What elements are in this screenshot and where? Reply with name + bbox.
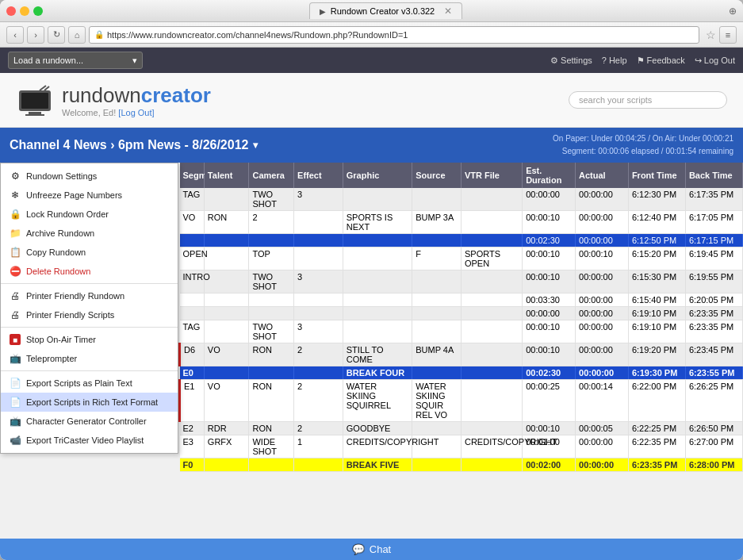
help-button[interactable]: ? Help (602, 56, 627, 65)
address-bar[interactable]: 🔒 https://www.rundowncreator.com/channel… (89, 26, 699, 44)
menu-item-unfreeze[interactable]: ❄ Unfreeze Page Numbers (1, 186, 178, 205)
settings-button[interactable]: ⚙ Settings (550, 56, 592, 66)
front-cell: 6:19:30 PM (628, 366, 685, 380)
table-row[interactable]: F0BREAK FIVE00:02:0000:00:006:23:35 PM6:… (180, 458, 743, 472)
table-row[interactable]: E3GRFXWIDE SHOT1CREDITS/COPYRIGHTCREDITS… (180, 435, 743, 458)
chat-bar[interactable]: 💬 Chat (0, 539, 743, 560)
menu-item-char-gen[interactable]: 📺 Character Generator Controller (1, 412, 178, 431)
source-cell (412, 307, 462, 320)
table-row[interactable]: D6VORON2STILL TO COMEBUMP 4A00:00:1000:0… (180, 343, 743, 366)
home-button[interactable]: ⌂ (68, 26, 86, 44)
menu-item-export-plain[interactable]: 📄 Export Scripts as Plain Text (1, 374, 178, 393)
menu-item-printer-rundown[interactable]: 🖨 Printer Friendly Rundown (1, 286, 178, 305)
menu-icon[interactable]: ≡ (719, 26, 737, 44)
table-row[interactable]: VORON2SPORTS IS NEXTBUMP 3A00:00:1000:00… (180, 211, 743, 234)
menu-item-printer-scripts[interactable]: 🖨 Printer Friendly Scripts (1, 305, 178, 324)
table-row[interactable]: 00:02:3000:00:006:12:50 PM6:17:15 PM (180, 234, 743, 247)
close-button[interactable] (6, 6, 16, 16)
search-scripts-input[interactable]: search your scripts (569, 91, 727, 109)
back-cell: 6:17:05 PM (685, 211, 742, 234)
rundown-placeholder: Load a rundown... (13, 56, 83, 65)
actual-cell: 00:00:00 (576, 270, 629, 293)
camera-cell: RON (249, 422, 294, 435)
seg-cell: E0 (180, 366, 205, 380)
menu-item-teleprompter[interactable]: 📺 Teleprompter (1, 349, 178, 368)
graphic-cell (343, 270, 412, 293)
actual-cell: 00:00:00 (576, 320, 629, 343)
menu-item-export-rich[interactable]: 📄 Export Scripts in Rich Text Format (1, 393, 178, 412)
actual-cell: 00:00:05 (576, 422, 629, 435)
est-cell: 00:00:00 (523, 188, 576, 211)
settings-label: Settings (561, 56, 592, 65)
forward-button[interactable]: › (27, 26, 44, 44)
minimize-button[interactable] (20, 6, 29, 16)
source-cell (412, 293, 462, 307)
table-row[interactable]: 00:00:0000:00:006:19:10 PM6:23:35 PM (180, 307, 743, 320)
logo-area: rundowncreator Welcome, Ed! [Log Out] se… (0, 73, 743, 128)
front-cell: 6:22:00 PM (628, 380, 685, 422)
effect-cell (294, 293, 343, 307)
tab-title: Rundown Creator v3.0.322 (331, 6, 435, 16)
new-tab-icon[interactable]: ⊕ (729, 6, 737, 17)
source-cell (412, 188, 462, 211)
est-cell: 00:00:00 (523, 307, 576, 320)
camera-cell (249, 234, 294, 247)
vtr-cell (461, 422, 522, 435)
menu-item-tricaster[interactable]: 📹 Export TriCaster Video Playlist (1, 431, 178, 450)
menu-label-tricaster: Export TriCaster Video Playlist (26, 435, 144, 445)
table-row[interactable]: 00:03:3000:00:006:15:40 PM6:20:05 PM (180, 293, 743, 307)
table-row[interactable]: TAGTWO SHOT300:00:1000:00:006:19:10 PM6:… (180, 320, 743, 343)
front-cell: 6:22:35 PM (628, 435, 685, 458)
menu-item-archive[interactable]: 📁 Archive Rundown (1, 224, 178, 243)
menu-item-lock[interactable]: 🔒 Lock Rundown Order (1, 205, 178, 224)
timing-info: On Paper: Under 00:04:25 / On Air: Under… (553, 132, 733, 158)
table-row[interactable]: E0BREAK FOUR00:02:3000:00:006:19:30 PM6:… (180, 366, 743, 380)
menu-item-stop[interactable]: ■ Stop On-Air Timer (1, 330, 178, 349)
table-row[interactable]: E1VORON2WATER SKIING SQUIRRELWATER SKIIN… (180, 380, 743, 422)
menu-item-delete[interactable]: ⛔ Delete Rundown (1, 262, 178, 281)
camera-cell: TOP (249, 247, 294, 270)
graphic-cell (343, 320, 412, 343)
logout-button[interactable]: ↪ Log Out (695, 56, 735, 66)
talent-cell: GRFX (204, 435, 249, 458)
col-header-vtr: VTR File (461, 163, 522, 188)
talent-cell: VO (204, 380, 249, 422)
table-row[interactable]: E2RDRRON2GOODBYE00:00:1000:00:056:22:25 … (180, 422, 743, 435)
vtr-cell (461, 270, 522, 293)
seg-cell: F0 (180, 458, 205, 472)
effect-cell (294, 211, 343, 234)
col-header-front: Front Time (628, 163, 685, 188)
seg-cell: OPEN (180, 247, 205, 270)
table-row[interactable]: TAGTWO SHOT300:00:0000:00:006:12:30 PM6:… (180, 188, 743, 211)
front-cell: 6:19:20 PM (628, 343, 685, 366)
actual-cell: 00:00:00 (576, 343, 629, 366)
channel-header: Channel 4 News › 6pm News - 8/26/2012 ▾ … (0, 128, 743, 163)
title-dropdown-icon[interactable]: ▾ (253, 140, 258, 151)
menu-item-copy[interactable]: 📋 Copy Rundown (1, 243, 178, 262)
est-cell: 00:00:10 (523, 247, 576, 270)
bookmark-icon[interactable]: ☆ (706, 29, 716, 41)
refresh-button[interactable]: ↻ (48, 26, 65, 44)
back-cell: 6:19:45 PM (685, 247, 742, 270)
back-button[interactable]: ‹ (6, 26, 24, 44)
seg-cell: E2 (180, 422, 205, 435)
effect-cell: 3 (294, 270, 343, 293)
est-cell: 00:00:10 (523, 343, 576, 366)
source-cell (412, 234, 462, 247)
tab-close-icon[interactable]: ✕ (444, 6, 452, 17)
browser-tab[interactable]: ▶ Rundown Creator v3.0.322 ✕ (309, 2, 462, 19)
actual-cell: 00:00:00 (576, 366, 629, 380)
source-cell (412, 366, 462, 380)
maximize-button[interactable] (33, 6, 43, 16)
rundown-select[interactable]: Load a rundown... ▾ (8, 52, 143, 69)
feedback-button[interactable]: ⚑ Feedback (637, 56, 685, 66)
table-row[interactable]: OPENTOPFSPORTS OPEN00:00:1000:00:106:15:… (180, 247, 743, 270)
logo-brand: rundowncreator (62, 83, 211, 108)
menu-item-rundown-settings[interactable]: ⚙ Rundown Settings (1, 167, 178, 186)
export-rich-icon: 📄 (9, 396, 21, 408)
logout-link[interactable]: [Log Out] (118, 108, 154, 117)
title-bar: ▶ Rundown Creator v3.0.322 ✕ ⊕ (0, 0, 743, 22)
menu-label-printer-scripts: Printer Friendly Scripts (26, 310, 114, 320)
table-row[interactable]: INTROTWO SHOT300:00:1000:00:006:15:30 PM… (180, 270, 743, 293)
effect-cell (294, 307, 343, 320)
